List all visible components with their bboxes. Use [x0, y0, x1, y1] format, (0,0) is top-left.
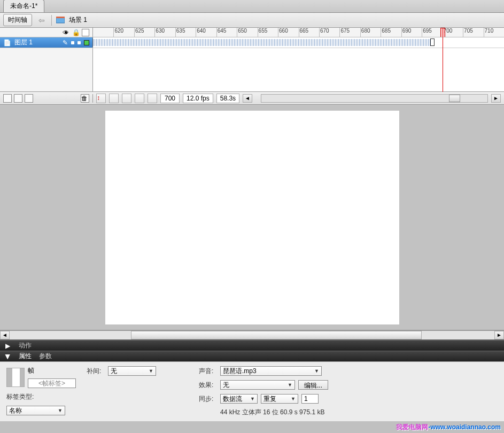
divider — [51, 15, 52, 26]
back-arrow-icon[interactable]: ⇦ — [36, 16, 47, 25]
frame-label: 帧 — [28, 366, 76, 375]
edit-button[interactable]: 编辑... — [298, 380, 328, 390]
ruler-row: 👁 🔒 062062563063564064565065566066567067… — [0, 28, 504, 37]
timeline-empty — [0, 48, 504, 92]
tween-label: 补间: — [87, 367, 105, 376]
expand-icon: ▶ — [5, 342, 10, 350]
properties-tab[interactable]: 属性 — [19, 352, 32, 361]
layer-name: 图层 1 — [14, 38, 33, 47]
actions-panel-header[interactable]: ▶ 动作 — [0, 340, 504, 351]
svg-rect-1 — [56, 17, 65, 18]
tween-dropdown[interactable]: 无▼ — [108, 366, 156, 376]
sound-dropdown[interactable]: 琵琶语.mp3▼ — [220, 366, 322, 376]
pencil-icon: ✎ — [63, 39, 68, 47]
effect-label: 效果: — [199, 381, 217, 390]
eye-icon[interactable]: 👁 — [63, 29, 70, 36]
tag-type-label: 标签类型: — [6, 392, 34, 401]
sync-mode-dropdown[interactable]: 数据流▼ — [220, 394, 258, 404]
sync-count-input[interactable] — [301, 394, 319, 404]
expand-down-icon: ▶ — [4, 354, 12, 359]
timeline-footer: 🗑 ↕ 700 12.0 fps 58.3s ◄ ► — [0, 92, 504, 105]
onion-skin-icon[interactable] — [109, 94, 119, 103]
actions-tab[interactable]: 动作 — [19, 341, 32, 350]
modify-markers-icon[interactable] — [148, 94, 157, 103]
sound-label: 声音: — [199, 367, 217, 376]
sync-repeat-dropdown[interactable]: 重复▼ — [261, 394, 298, 404]
audio-waveform — [93, 39, 430, 46]
tag-type-dropdown[interactable]: 名称▼ — [6, 406, 65, 415]
layer-page-icon: 📄 — [3, 39, 11, 47]
visibility-dot[interactable] — [71, 41, 74, 44]
watermark: 我爱电脑网-www.woaidiannao.com — [396, 422, 501, 432]
center-frame-icon[interactable]: ↕ — [96, 94, 106, 103]
timeline-scrollbar[interactable] — [261, 94, 488, 103]
outline-icon[interactable] — [82, 29, 89, 36]
sync-label: 同步: — [199, 395, 217, 404]
properties-panel-header[interactable]: ▶ 属性 参数 — [0, 351, 504, 361]
scroll-right-icon[interactable]: ► — [491, 94, 501, 103]
lock-dot[interactable] — [77, 41, 81, 44]
effect-dropdown[interactable]: 无▼ — [220, 380, 295, 390]
fps-display: 12.0 fps — [183, 94, 213, 103]
new-folder-icon[interactable] — [14, 94, 22, 103]
stage[interactable] — [105, 111, 399, 324]
params-tab[interactable]: 参数 — [39, 352, 52, 361]
hscroll-right-icon[interactable]: ► — [494, 331, 504, 339]
time-display: 58.3s — [216, 94, 239, 103]
properties-panel: 帧 标签类型: 名称▼ 补间: 无▼ 声音: 琵琶语.mp3▼ — [0, 361, 504, 421]
timeline-ruler[interactable]: 0620625630635640645650655660665670675680… — [93, 28, 504, 37]
layer-item[interactable]: 📄 图层 1 ✎ — [0, 37, 93, 48]
svg-rect-0 — [56, 18, 65, 23]
timeline-button[interactable]: 时间轴 — [3, 14, 32, 26]
scene-icon — [56, 16, 65, 24]
frame-thumbnail — [6, 368, 25, 387]
edit-multi-icon[interactable] — [135, 94, 144, 103]
hscroll-left-icon[interactable]: ◄ — [0, 331, 10, 339]
lock-icon[interactable]: 🔒 — [72, 29, 80, 36]
layer-header-icons: 👁 🔒 — [0, 28, 93, 37]
current-frame: 700 — [160, 94, 180, 103]
document-tab[interactable]: 未命名-1* — [3, 0, 44, 12]
sound-info: 44 kHz 立体声 16 位 60.9 s 975.1 kB — [220, 408, 324, 417]
timeline-scroll-thumb[interactable] — [449, 95, 460, 102]
layer-row: 📄 图层 1 ✎ — [0, 37, 504, 48]
scene-label[interactable]: 场景 1 — [69, 16, 87, 25]
frame-label-input[interactable] — [28, 378, 76, 388]
add-motion-icon[interactable] — [25, 94, 33, 103]
outline-color[interactable] — [84, 40, 89, 45]
trash-icon[interactable]: 🗑 — [81, 94, 89, 103]
new-layer-icon[interactable] — [3, 94, 12, 103]
window-tab-bar: 未命名-1* — [0, 0, 504, 13]
onion-outline-icon[interactable] — [122, 94, 131, 103]
keyframe-marker[interactable] — [430, 38, 435, 46]
canvas-scrollbar[interactable]: ◄ ► — [0, 330, 504, 340]
toolbar: 时间轴 ⇦ 场景 1 — [0, 13, 504, 28]
hscroll-thumb[interactable] — [131, 331, 422, 339]
canvas-area — [0, 105, 504, 330]
scroll-left-icon[interactable]: ◄ — [243, 94, 252, 103]
